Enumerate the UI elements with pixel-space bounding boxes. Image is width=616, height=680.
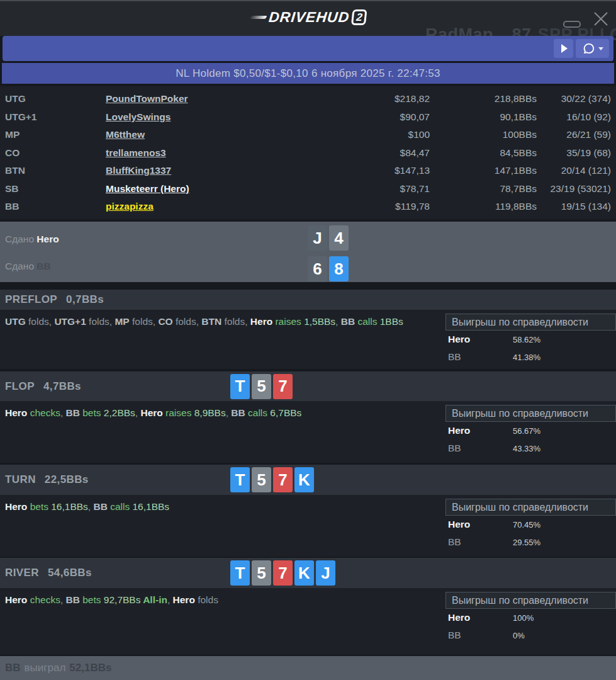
equity-player: BB <box>448 536 461 548</box>
player-position: UTG <box>5 93 106 105</box>
result-bar: BB выиграл 52,1BBs <box>0 656 616 680</box>
equity-player: BB <box>448 630 461 641</box>
player-stats: 20/14 (121) <box>537 165 611 176</box>
player-stack-bbs: 100BBs <box>430 129 537 140</box>
action-token: bets <box>27 501 51 512</box>
logo-speedline-icon <box>249 16 267 19</box>
player-name-cell: Musketeerr (Hero) <box>106 183 323 195</box>
hand-title: NL Holdem $0,50/$1-$0,10 6 ноября 2025 г… <box>176 67 440 80</box>
play-icon <box>561 44 568 53</box>
equity-header: Выигрыш по справедливости <box>445 592 616 609</box>
player-position: BB <box>5 201 106 212</box>
equity-player: Hero <box>448 612 470 623</box>
equity-value: 0% <box>513 631 525 640</box>
player-stack-bbs: 84,5BBs <box>430 147 537 159</box>
action-token: UTG <box>5 316 26 327</box>
action-token: 16,1BBs <box>133 501 170 512</box>
action-token: BB <box>231 407 245 418</box>
hole-card-8: 8 <box>329 256 349 281</box>
dealt-word: Сдано <box>5 234 36 244</box>
action-token: BB <box>93 501 107 512</box>
dealt-label: Сдано Hero <box>5 234 59 245</box>
action-token: folds, <box>221 316 250 327</box>
equity-panel: Выигрыш по справедливостиHero100%BB0% <box>445 592 616 644</box>
street-pot: 0,7BBs <box>66 293 104 306</box>
play-button[interactable] <box>554 39 573 58</box>
action-token: 92,7BBs <box>104 594 141 605</box>
result-verb: выиграл <box>25 662 66 674</box>
result-winner: BB <box>5 662 21 674</box>
minimize-icon[interactable] <box>563 21 581 28</box>
action-token: Hero <box>5 594 27 605</box>
player-name-link[interactable]: M6tthew <box>106 129 145 140</box>
action-token: CO <box>158 316 172 327</box>
hole-cards: 68 <box>308 256 350 281</box>
player-name-link[interactable]: pizzapizza <box>106 201 154 212</box>
drivehud-replayer-window: { "window": { "logo_text": "DRIVEHUD", "… <box>0 0 616 680</box>
player-row: MPM6tthew$100100BBs26/21 (59) <box>0 126 616 144</box>
hole-card-6: 6 <box>308 256 327 281</box>
action-token: bets <box>80 594 104 605</box>
action-token: Hero <box>173 594 195 605</box>
dealt-label: Сдано BB <box>5 261 51 272</box>
equity-player: Hero <box>448 519 470 530</box>
equity-value: 41.38% <box>513 353 540 362</box>
equity-panel: Выигрыш по справедливостиHero58.62%BB41.… <box>445 314 616 366</box>
player-name-link[interactable]: PoundTownPoker <box>106 93 188 104</box>
player-stack: $218,82 <box>323 93 430 105</box>
board-card-5: 5 <box>252 374 271 399</box>
player-stack: $100 <box>323 129 430 140</box>
drivehud-logo: DRIVEHUD 2 <box>250 7 367 27</box>
board-card-J: J <box>316 560 335 586</box>
board-card-T: T <box>230 467 250 492</box>
action-token: , <box>60 594 66 605</box>
player-name-cell: trellamenos3 <box>106 147 323 159</box>
equity-row: Hero70.45% <box>445 516 616 533</box>
player-stats: 19/15 (134) <box>537 201 611 212</box>
equity-player: Hero <box>448 425 470 436</box>
street-header-river: RIVER54,6BBsT57KJ <box>0 558 616 588</box>
board-card-T: T <box>230 374 250 399</box>
action-token: 8,9BBs <box>194 407 226 418</box>
player-stack-bbs: 90,1BBs <box>430 111 537 123</box>
street-pot: 4,7BBs <box>43 380 81 393</box>
player-name-link[interactable]: trellamenos3 <box>106 147 166 158</box>
hand-header: NL Holdem $0,50/$1-$0,10 6 ноября 2025 г… <box>2 63 614 84</box>
equity-value: 70.45% <box>513 520 540 530</box>
player-position: SB <box>5 183 106 195</box>
close-icon[interactable] <box>593 11 609 27</box>
board-card-7: 7 <box>273 560 293 586</box>
equity-row: Hero58.62% <box>445 331 616 348</box>
street-body-flop: Hero checks, BB bets 2,2BBs, Hero raises… <box>0 401 616 463</box>
player-stack-bbs: 78,7BBs <box>430 183 537 195</box>
player-name-link[interactable]: LovelySwings <box>106 111 171 122</box>
equity-row: BB43.33% <box>445 439 616 457</box>
hole-card-J: J <box>308 225 327 251</box>
player-row: COtrellamenos3$84,4784,5BBs35/19 (68) <box>0 144 616 162</box>
player-stats: 30/22 (374) <box>537 93 611 105</box>
action-token: UTG+1 <box>54 316 86 327</box>
street-name: RIVER <box>5 567 39 579</box>
action-token: , <box>60 407 66 418</box>
action-token: folds, <box>173 316 202 327</box>
player-position: UTG+1 <box>5 111 106 123</box>
action-token: , <box>335 316 341 327</box>
action-token: 16,1BBs <box>51 501 88 512</box>
board-card-5: 5 <box>252 560 271 586</box>
player-name-link[interactable]: BluffKing1337 <box>106 165 171 176</box>
player-name-cell: M6tthew <box>106 129 323 140</box>
player-stats: 26/21 (59) <box>537 129 611 140</box>
board-cards: T57K <box>230 467 316 492</box>
action-token: BTN <box>201 316 221 327</box>
player-position: BTN <box>5 165 106 176</box>
equity-header: Выигрыш по справедливости <box>445 314 616 331</box>
equity-row: Hero56.67% <box>445 422 616 439</box>
player-stack: $90,07 <box>323 111 430 123</box>
action-token: 6,7BBs <box>270 407 301 418</box>
player-stack: $119,78 <box>323 201 430 212</box>
player-name-link[interactable]: Musketeerr (Hero) <box>106 183 189 194</box>
action-token: raises <box>272 316 304 327</box>
chat-button[interactable] <box>576 39 609 58</box>
action-token: calls <box>108 501 133 512</box>
action-token: 2,2BBs <box>104 407 135 418</box>
